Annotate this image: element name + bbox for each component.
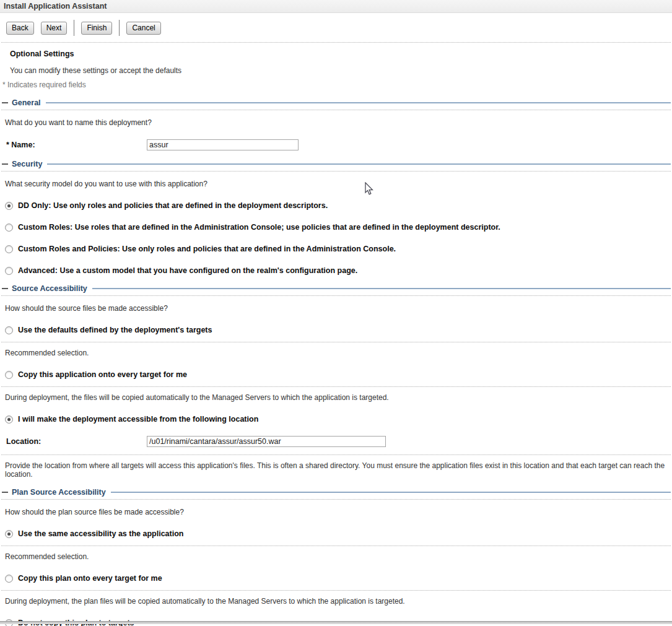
finish-button[interactable]: Finish xyxy=(81,22,112,35)
radio-label: Advanced: Use a custom model that you ha… xyxy=(18,266,357,275)
radio-icon[interactable] xyxy=(5,371,13,379)
option-note: Recommended selection. xyxy=(5,552,672,561)
radio-option-accessible-location[interactable]: I will make the deployment accessible fr… xyxy=(5,415,672,424)
radio-option-use-defaults[interactable]: Use the defaults defined by the deployme… xyxy=(5,326,672,334)
radio-label: Copy this plan onto every target for me xyxy=(18,574,162,583)
divider xyxy=(1,342,671,342)
radio-label: I will make the deployment accessible fr… xyxy=(18,415,258,424)
radio-label: Use the same accessibility as the applic… xyxy=(18,529,183,538)
option-note: During deployment, the plan files will b… xyxy=(5,597,672,606)
footer-divider-bar xyxy=(0,621,672,624)
collapse-icon[interactable] xyxy=(2,163,8,165)
divider xyxy=(1,386,671,387)
radio-option-copy-application[interactable]: Copy this application onto every target … xyxy=(5,370,672,379)
section-title: Plan Source Accessibility xyxy=(12,488,111,497)
section-rule xyxy=(111,492,671,493)
top-toolbar: Back Next Finish Cancel xyxy=(0,13,672,42)
cancel-button[interactable]: Cancel xyxy=(126,22,160,35)
section-general: General xyxy=(0,98,672,107)
plan-source-question: How should the plan source files be made… xyxy=(5,508,672,516)
location-label: Location: xyxy=(0,437,147,446)
location-field-row: Location: xyxy=(0,436,672,447)
radio-option-copy-plan[interactable]: Copy this plan onto every target for me xyxy=(5,574,672,583)
section-title: General xyxy=(12,98,46,107)
name-input[interactable] xyxy=(147,139,299,150)
next-button[interactable]: Next xyxy=(41,22,68,35)
section-rule xyxy=(92,288,671,289)
radio-icon[interactable] xyxy=(5,224,13,232)
radio-option-same-accessibility[interactable]: Use the same accessibility as the applic… xyxy=(5,529,672,538)
option-note: During deployment, the files will be cop… xyxy=(5,393,672,402)
section-rule xyxy=(46,102,671,103)
radio-option-custom-roles-policies[interactable]: Custom Roles and Policies: Use only role… xyxy=(5,245,672,253)
intro-subtitle: You can modify these settings or accept … xyxy=(10,66,672,75)
security-question: What security model do you want to use w… xyxy=(5,180,672,188)
name-label: * Name: xyxy=(0,141,147,149)
optional-settings-heading: Optional Settings xyxy=(10,50,672,58)
radio-icon[interactable] xyxy=(5,530,13,538)
divider xyxy=(1,546,671,546)
section-security: Security xyxy=(0,160,672,168)
location-note: Provide the location from where all targ… xyxy=(5,461,672,479)
section-plan-source-accessibility: Plan Source Accessibility xyxy=(0,488,672,497)
divider xyxy=(1,295,671,296)
toolbar-divider xyxy=(74,20,74,36)
radio-icon[interactable] xyxy=(5,326,13,334)
collapse-icon[interactable] xyxy=(2,288,8,289)
collapse-icon[interactable] xyxy=(2,102,8,103)
back-button[interactable]: Back xyxy=(6,22,34,35)
radio-option-dd-only[interactable]: DD Only: Use only roles and policies tha… xyxy=(5,201,672,210)
location-input[interactable] xyxy=(147,436,386,447)
radio-icon[interactable] xyxy=(5,415,13,424)
section-title: Source Accessibility xyxy=(12,284,92,293)
radio-label: DD Only: Use only roles and policies tha… xyxy=(18,201,328,210)
general-question: What do you want to name this deployment… xyxy=(5,118,672,127)
divider xyxy=(1,171,671,172)
radio-option-custom-roles[interactable]: Custom Roles: Use roles that are defined… xyxy=(5,223,672,232)
radio-icon[interactable] xyxy=(5,267,13,275)
page-title: Install Application Assistant xyxy=(0,0,672,13)
radio-icon[interactable] xyxy=(5,245,13,253)
radio-label: Use the defaults defined by the deployme… xyxy=(18,326,212,334)
name-field-row: * Name: xyxy=(0,139,672,150)
divider xyxy=(1,110,671,110)
radio-option-advanced[interactable]: Advanced: Use a custom model that you ha… xyxy=(5,266,672,275)
radio-icon[interactable] xyxy=(5,202,13,210)
required-fields-note: * Indicates required fields xyxy=(2,80,672,89)
divider xyxy=(1,454,671,455)
divider xyxy=(1,499,671,500)
divider xyxy=(1,42,671,43)
radio-label: Copy this application onto every target … xyxy=(18,370,187,379)
radio-label: Custom Roles: Use roles that are defined… xyxy=(18,223,500,232)
divider xyxy=(1,590,671,591)
collapse-icon[interactable] xyxy=(2,492,8,493)
section-rule xyxy=(47,163,671,165)
toolbar-divider xyxy=(119,20,120,36)
radio-icon[interactable] xyxy=(5,575,13,583)
section-title: Security xyxy=(12,160,47,168)
option-note: Recommended selection. xyxy=(5,349,672,357)
section-source-accessibility: Source Accessibility xyxy=(0,284,672,293)
radio-label: Custom Roles and Policies: Use only role… xyxy=(18,245,396,253)
source-accessibility-question: How should the source files be made acce… xyxy=(5,304,672,313)
install-application-assistant-page: { "window": { "title": "Install Applicat… xyxy=(0,0,672,626)
